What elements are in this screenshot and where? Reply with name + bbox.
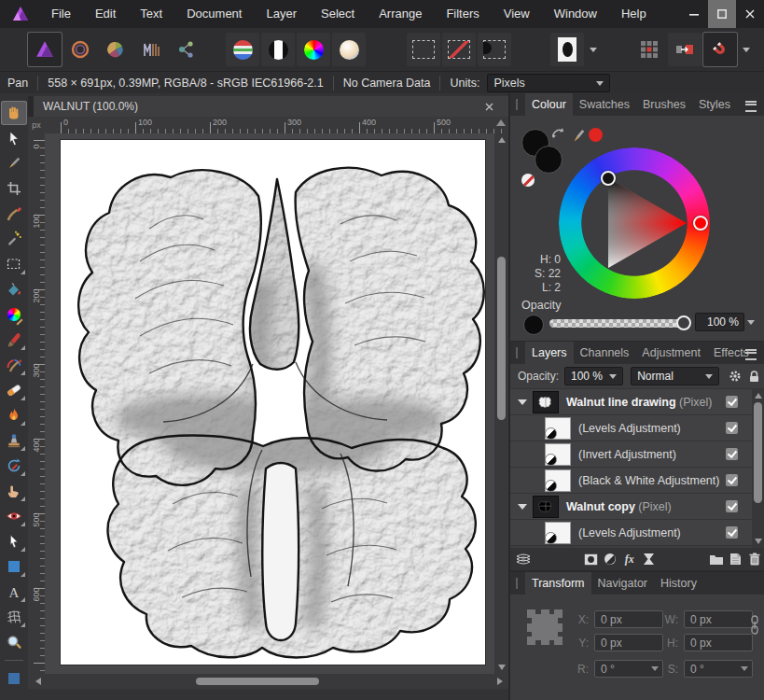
w-field[interactable]: 0 px [684,610,753,628]
layer-row[interactable]: Walnut copy (Pixel) [510,494,764,520]
opacity-slider[interactable] [549,319,682,328]
canvas[interactable] [61,140,485,665]
snapping-button[interactable] [703,33,737,66]
blend-options-button[interactable] [725,366,744,386]
tab-brushes[interactable]: Brushes [636,93,692,116]
menu-arrange[interactable]: Arrange [367,0,434,28]
layer-row[interactable]: (Levels Adjustment) [510,520,764,546]
layer-row[interactable]: Walnut line drawing (Pixel) [510,389,764,415]
vertical-scrollbar[interactable] [494,133,508,674]
panel-grip-icon[interactable] [516,99,518,110]
node-tool[interactable] [1,529,27,553]
dodge-burn-tool[interactable] [1,403,27,427]
vertical-scroll-thumb[interactable] [497,257,506,420]
layer-row[interactable]: (Invert Adjustment) [510,441,764,468]
tab-navigator[interactable]: Navigator [591,572,655,595]
show-grid-button[interactable] [632,33,666,66]
tab-adjustment[interactable]: Adjustment [635,342,707,364]
shade-selector[interactable] [601,171,616,186]
panel-grip-icon[interactable] [516,347,518,358]
horizontal-scroll-thumb[interactable] [196,678,319,685]
ruler-units-corner[interactable]: px [28,117,45,133]
menu-view[interactable]: View [492,0,542,28]
panel-menu-icon[interactable] [745,101,757,112]
flood-select-tool[interactable] [1,227,27,251]
undo-brush-tool[interactable] [1,454,27,478]
tab-layers[interactable]: Layers [525,342,574,364]
opacity-slider-knob[interactable] [676,315,691,330]
paint-brush-tool[interactable] [1,328,27,352]
scroll-down-icon[interactable] [755,539,762,544]
move-by-whole-pixels-button[interactable] [668,33,701,66]
smudge-tool[interactable] [1,479,27,503]
document-tab[interactable]: WALNUT (100.0%) [34,96,508,117]
tab-transform[interactable]: Transform [525,572,591,595]
layer-visibility-checkbox[interactable] [726,422,738,434]
flood-fill-tool[interactable] [1,277,27,301]
units-dropdown[interactable]: Pixels [487,74,610,92]
layer-thumbnail[interactable] [545,469,571,492]
auto-colour-button[interactable] [297,33,330,66]
layer-visibility-checkbox[interactable] [726,474,738,486]
add-pixel-layer-button[interactable] [726,549,745,569]
h-field[interactable]: 0 px [684,634,753,651]
mask-layer-button[interactable] [582,549,602,569]
hue-selector[interactable] [693,216,708,231]
no-colour-swatch[interactable] [521,174,535,187]
tab-history[interactable]: History [654,572,703,595]
auto-levels-button[interactable] [226,33,259,66]
anchor-point-selector[interactable] [527,609,563,645]
menu-layer[interactable]: Layer [254,0,309,28]
auto-white-balance-button[interactable] [332,33,366,66]
snapping-dropdown[interactable] [739,33,754,66]
horizontal-scrollbar[interactable] [28,674,508,689]
adjustment-layer-button[interactable] [601,549,620,569]
scroll-right-icon[interactable] [497,678,503,685]
rotation-field[interactable]: 0 ° [594,660,663,678]
tab-swatches[interactable]: Swatches [573,93,636,116]
opacity-colour-swatch[interactable] [523,315,544,335]
liquify-persona-button[interactable] [63,33,97,66]
tab-colour[interactable]: Colour [525,93,573,116]
delete-layer-button[interactable] [745,549,764,569]
invert-selection-button[interactable] [478,33,511,66]
tone-mapping-persona-button[interactable] [134,33,168,66]
text-tool[interactable]: A [1,580,27,604]
auto-contrast-button[interactable] [261,33,295,66]
crop-tool[interactable] [1,176,27,201]
scroll-down-icon[interactable] [498,665,506,670]
live-filter-button[interactable] [639,549,659,569]
panel-grip-icon[interactable] [516,578,518,589]
shape-tool[interactable] [1,554,27,579]
photo-persona-button[interactable] [28,33,62,66]
layer-visibility-checkbox[interactable] [726,396,738,408]
eyedropper-icon[interactable] [570,127,587,146]
develop-persona-button[interactable] [99,33,132,66]
menu-text[interactable]: Text [128,0,174,28]
scroll-up-icon[interactable] [498,137,506,143]
mask-dropdown[interactable] [586,33,601,66]
maximize-button[interactable] [708,0,736,28]
export-persona-button[interactable] [170,33,203,66]
layers-scrollbar[interactable] [752,389,764,548]
x-field[interactable]: 0 px [594,610,663,628]
blend-mode-dropdown[interactable]: Normal [631,367,719,385]
mesh-warp-tool[interactable] [1,605,27,629]
layer-visibility-checkbox[interactable] [726,448,738,460]
layer-thumbnail[interactable] [545,417,571,440]
tab-channels[interactable]: Channels [574,342,636,364]
expand-caret-icon[interactable] [518,399,527,405]
clone-stamp-tool[interactable] [1,428,27,453]
layer-visibility-checkbox[interactable] [726,526,738,539]
layer-thumbnail[interactable] [545,522,571,544]
layer-thumbnail[interactable] [533,391,559,413]
shear-field[interactable]: 0 ° [684,660,753,678]
layer-thumbnail[interactable] [545,443,571,466]
selection-brush-tool[interactable] [1,202,27,226]
menu-select[interactable]: Select [309,0,367,28]
blend-ranges-button[interactable] [514,549,534,569]
mask-button[interactable] [550,33,584,66]
close-tab-button[interactable] [485,103,493,111]
group-layers-button[interactable] [707,549,727,569]
layers-opacity-dropdown[interactable]: 100 % [564,367,623,385]
